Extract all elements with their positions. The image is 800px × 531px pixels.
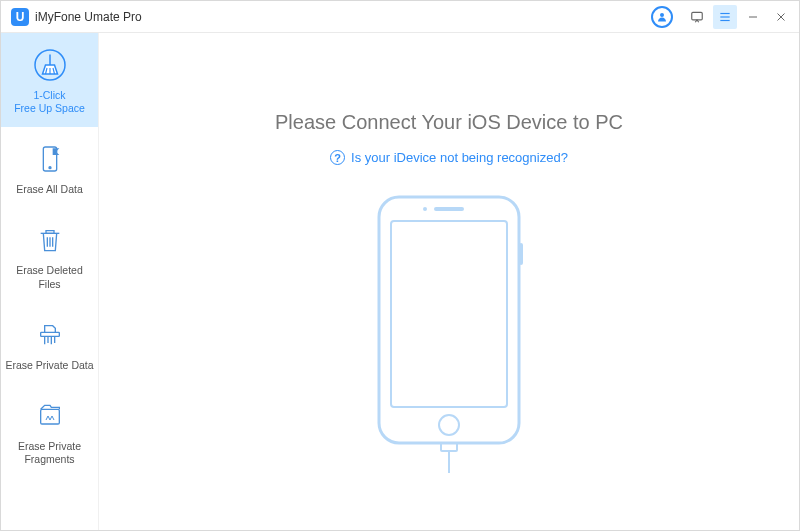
sidebar-item-erase-private-data[interactable]: Erase Private Data — [1, 303, 98, 384]
svg-rect-27 — [434, 207, 464, 211]
app-logo-icon: U — [11, 8, 29, 26]
sidebar-item-erase-private-fragments[interactable]: Erase Private Fragments — [1, 384, 98, 478]
svg-rect-25 — [391, 221, 507, 407]
help-link[interactable]: ? Is your iDevice not being recognized? — [330, 150, 568, 165]
close-icon — [775, 11, 787, 23]
app-title: iMyFone Umate Pro — [35, 10, 142, 24]
svg-point-26 — [439, 415, 459, 435]
svg-point-0 — [660, 13, 664, 17]
svg-rect-1 — [692, 12, 703, 20]
close-button[interactable] — [769, 5, 793, 29]
main-content: Please Connect Your iOS Device to PC ? I… — [99, 33, 799, 530]
sidebar-item-label: Erase Deleted Files — [5, 264, 94, 290]
fragments-icon — [30, 398, 70, 434]
user-icon — [656, 11, 668, 23]
svg-rect-29 — [519, 243, 523, 265]
sidebar-item-label: 1-Click Free Up Space — [14, 89, 85, 115]
sidebar-item-erase-all-data[interactable]: Erase All Data — [1, 127, 98, 208]
feedback-button[interactable] — [685, 5, 709, 29]
connect-prompt-title: Please Connect Your iOS Device to PC — [275, 111, 623, 134]
app-body: 1-Click Free Up Space Erase All Data Era… — [1, 33, 799, 530]
app-window: U iMyFone Umate Pro — [0, 0, 800, 531]
title-bar: U iMyFone Umate Pro — [1, 1, 799, 33]
sidebar-item-erase-deleted-files[interactable]: Erase Deleted Files — [1, 208, 98, 302]
svg-point-14 — [49, 167, 51, 169]
trash-icon — [30, 222, 70, 258]
sidebar-item-label: Erase All Data — [16, 183, 83, 196]
help-link-text: Is your iDevice not being recognized? — [351, 150, 568, 165]
menu-button[interactable] — [713, 5, 737, 29]
device-illustration — [369, 193, 529, 473]
question-icon: ? — [330, 150, 345, 165]
sidebar: 1-Click Free Up Space Erase All Data Era… — [1, 33, 99, 530]
broom-icon — [30, 47, 70, 83]
minimize-button[interactable] — [741, 5, 765, 29]
account-button[interactable] — [651, 6, 673, 28]
sidebar-item-label: Erase Private Data — [5, 359, 93, 372]
minimize-icon — [747, 11, 759, 23]
menu-icon — [718, 10, 732, 24]
chat-icon — [690, 10, 704, 24]
titlebar-left: U iMyFone Umate Pro — [11, 8, 142, 26]
iphone-icon — [369, 193, 529, 473]
sidebar-item-free-up-space[interactable]: 1-Click Free Up Space — [1, 33, 98, 127]
svg-rect-23 — [40, 409, 59, 424]
svg-rect-18 — [40, 332, 59, 336]
phone-erase-icon — [30, 141, 70, 177]
shredder-icon — [30, 317, 70, 353]
titlebar-right — [651, 5, 793, 29]
svg-point-28 — [423, 207, 427, 211]
sidebar-item-label: Erase Private Fragments — [18, 440, 81, 466]
